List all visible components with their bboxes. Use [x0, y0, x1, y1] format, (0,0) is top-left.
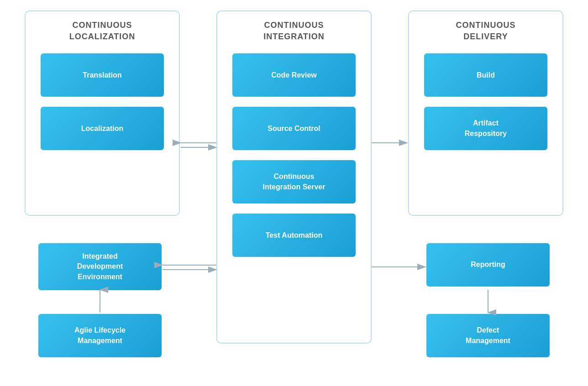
- diagram: CONTINUOUSLOCALIZATION Translation Local…: [25, 10, 563, 376]
- box-ide: IntegratedDevelopmentEnvironment: [38, 243, 162, 290]
- box-defect: DefectManagement: [426, 314, 550, 357]
- box-defect-container: DefectManagement: [426, 314, 550, 357]
- box-reporting: Reporting: [426, 243, 550, 287]
- col-integration-title: CONTINUOUSINTEGRATION: [263, 20, 325, 42]
- box-build: Build: [424, 53, 547, 97]
- col-delivery: CONTINUOUSDELIVERY Build ArtifactResposi…: [408, 10, 563, 216]
- box-alm: Aglie LifecycleManagement: [38, 314, 162, 357]
- box-test-automation: Test Automation: [232, 214, 356, 257]
- box-alm-container: Aglie LifecycleManagement: [38, 314, 162, 357]
- col-localization: CONTINUOUSLOCALIZATION Translation Local…: [25, 10, 180, 216]
- box-localization: Localization: [41, 107, 164, 150]
- box-source-control: Source Control: [232, 107, 356, 150]
- col-delivery-title: CONTINUOUSDELIVERY: [456, 20, 516, 42]
- box-ci-server: ContinuousIntegration Server: [232, 160, 356, 203]
- col-localization-title: CONTINUOUSLOCALIZATION: [69, 20, 136, 42]
- box-code-review: Code Review: [232, 53, 356, 97]
- box-reporting-container: Reporting: [426, 243, 550, 287]
- col-integration: CONTINUOUSINTEGRATION Code Review Source…: [216, 10, 372, 344]
- box-artifact: ArtifactRespository: [424, 107, 547, 150]
- box-translation: Translation: [41, 53, 164, 97]
- box-ide-container: IntegratedDevelopmentEnvironment: [38, 243, 162, 290]
